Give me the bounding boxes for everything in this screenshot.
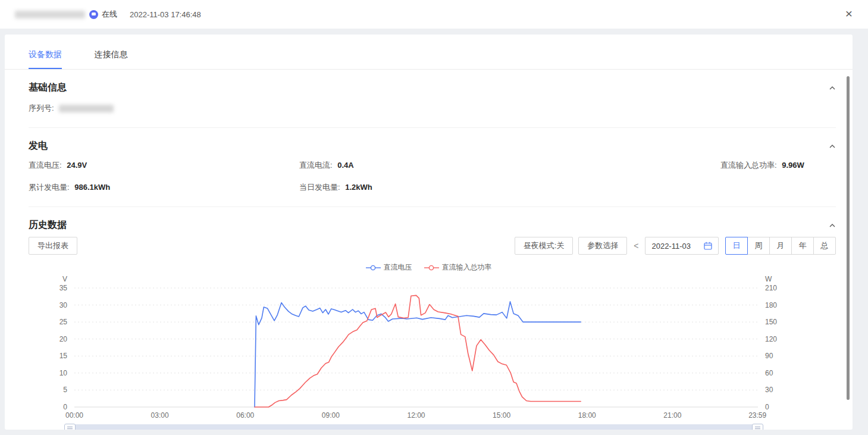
x-tick-label: 12:00 [407,411,425,420]
basic-info-title: 基础信息 [29,82,67,94]
chart-legend: 直流电压 直流输入总功率 [5,262,853,273]
date-picker[interactable]: 2022-11-03 [645,237,719,255]
field-label: 直流输入总功率: [720,161,777,170]
field-dc-current: 直流电流: 0.4A [299,160,720,171]
x-tick-label: 00:00 [65,411,83,420]
panel-tabs: 设备数据 连接信息 [5,35,853,70]
generation-fields: 直流电压: 24.9V 直流电流: 0.4A 直流输入总功率: 9.96W 累计… [29,160,836,193]
chart-zoom-slider[interactable] [70,424,758,430]
field-value: 24.9V [67,161,87,170]
field-daily-energy: 当日发电量: 1.2kWh [299,182,720,193]
legend-dc-voltage[interactable]: 直流电压 [366,262,412,273]
field-label: 直流电压: [29,161,62,170]
legend-label: 直流输入总功率 [442,262,492,273]
y-left-tick-label: 5 [63,386,67,394]
tab-connection-info[interactable]: 连接信息 [94,49,127,68]
collapse-chevron-icon[interactable] [829,85,836,92]
y-left-axis-unit: V [62,275,67,283]
y-left-tick-label: 25 [59,318,68,326]
date-value: 2022-11-03 [651,242,691,251]
x-tick-label: 03:00 [151,411,169,420]
y-left-tick-label: 15 [59,352,68,360]
y-right-tick-label: 30 [765,386,773,394]
online-status-icon [89,10,98,19]
param-select-button[interactable]: 参数选择 [578,237,627,255]
history-toolbar: 导出报表 昼夜模式:关 参数选择 < 2022-11-03 日 周 [29,237,836,255]
online-status: 在线 [89,9,117,20]
device-name-redacted [15,11,85,18]
section-history: 历史数据 导出报表 昼夜模式:关 参数选择 < 2022-11-03 [5,207,853,255]
legend-line-marker-icon [366,265,381,271]
range-tab-day[interactable]: 日 [725,237,748,255]
history-title: 历史数据 [29,219,67,231]
field-label: 累计发电量: [29,183,70,192]
serial-number-label: 序列号: [29,103,54,114]
export-report-button[interactable]: 导出报表 [29,237,77,255]
window-header: 在线 2022-11-03 17:46:48 × [0,0,868,29]
field-value: 9.96W [782,161,804,170]
last-update-timestamp: 2022-11-03 17:46:48 [130,10,201,19]
prev-date-icon[interactable]: < [632,241,640,251]
x-tick-label: 23:59 [748,411,766,420]
range-segmented-control: 日 周 月 年 总 [725,237,836,255]
calendar-icon [704,242,712,250]
x-tick-label: 15:00 [493,411,510,420]
y-left-tick-label: 0 [63,403,67,411]
history-line-chart: 051015202530350306090120150180210VW00:00… [5,273,853,423]
online-status-label: 在线 [102,9,117,20]
range-tab-year[interactable]: 年 [791,237,814,255]
legend-line-marker-icon [424,265,439,271]
x-tick-label: 18:00 [578,411,596,420]
field-value: 0.4A [337,161,353,170]
x-tick-label: 21:00 [663,411,681,420]
y-right-tick-label: 90 [765,352,773,360]
field-value: 1.2kWh [345,183,372,192]
y-right-axis-unit: W [765,275,772,283]
y-right-tick-label: 120 [765,335,777,343]
y-right-tick-label: 210 [765,284,777,292]
section-basic-info: 基础信息 序列号: [5,70,853,128]
field-total-energy: 累计发电量: 986.1kWh [29,182,299,193]
y-left-tick-label: 20 [59,335,68,343]
y-right-tick-label: 60 [765,369,773,377]
legend-dc-input-power[interactable]: 直流输入总功率 [424,262,492,273]
serial-number-redacted [59,105,114,112]
field-value: 986.1kWh [74,183,110,192]
close-icon[interactable]: × [845,7,853,21]
y-left-tick-label: 30 [59,301,68,309]
zoom-slider-right-handle[interactable] [752,424,763,430]
device-detail-panel: 设备数据 连接信息 基础信息 序列号: 发电 直流电压: 24.9V [5,35,853,430]
section-generation: 发电 直流电压: 24.9V 直流电流: 0.4A 直流输入总功率: 9.96W… [5,128,853,207]
series-line-0 [255,302,581,407]
legend-label: 直流电压 [384,262,412,273]
field-label: 当日发电量: [299,183,340,192]
tab-device-data[interactable]: 设备数据 [29,49,62,69]
y-left-tick-label: 10 [59,369,68,377]
range-tab-month[interactable]: 月 [769,237,792,255]
y-right-tick-label: 180 [765,301,777,309]
y-right-tick-label: 150 [765,318,777,326]
x-tick-label: 09:00 [322,411,340,420]
collapse-chevron-icon[interactable] [829,143,836,150]
day-night-mode-button[interactable]: 昼夜模式:关 [515,237,574,255]
generation-title: 发电 [29,140,48,152]
x-tick-label: 06:00 [236,411,254,420]
range-tab-week[interactable]: 周 [747,237,770,255]
zoom-slider-left-handle[interactable] [64,424,76,430]
collapse-chevron-icon[interactable] [829,222,836,229]
y-left-tick-label: 35 [59,284,68,292]
vertical-scrollbar[interactable] [847,76,850,400]
field-dc-input-power: 直流输入总功率: 9.96W [720,160,836,171]
field-dc-voltage: 直流电压: 24.9V [29,160,299,171]
y-right-tick-label: 0 [765,403,769,411]
range-tab-total[interactable]: 总 [813,237,836,255]
field-label: 直流电流: [299,161,333,170]
